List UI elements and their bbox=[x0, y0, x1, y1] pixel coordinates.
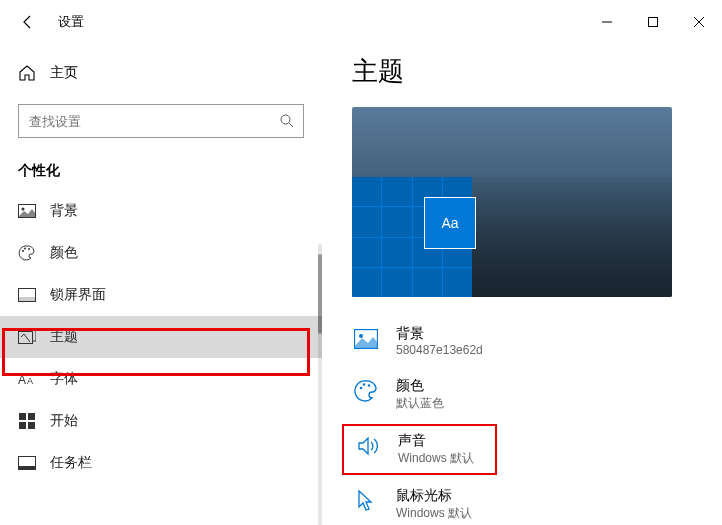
svg-rect-19 bbox=[19, 466, 36, 470]
svg-rect-14 bbox=[19, 413, 26, 420]
setting-subtitle: Windows 默认 bbox=[398, 450, 474, 467]
setting-cursor[interactable]: 鼠标光标 Windows 默认 bbox=[352, 479, 692, 525]
theme-preview[interactable]: Aa bbox=[352, 107, 672, 297]
sidebar-item-background[interactable]: 背景 bbox=[0, 190, 322, 232]
svg-rect-11 bbox=[19, 332, 33, 344]
preview-window: Aa bbox=[424, 197, 476, 249]
close-button[interactable] bbox=[676, 6, 722, 38]
minimize-button[interactable] bbox=[584, 6, 630, 38]
home-icon bbox=[18, 64, 36, 82]
palette-icon bbox=[18, 244, 36, 262]
nav-label: 开始 bbox=[50, 412, 78, 430]
setting-title: 鼠标光标 bbox=[396, 487, 472, 505]
section-label: 个性化 bbox=[0, 156, 322, 190]
sidebar: 主页 个性化 背景 颜色 锁屏界面 主题 bbox=[0, 44, 322, 525]
svg-rect-15 bbox=[28, 413, 35, 420]
nav-label: 颜色 bbox=[50, 244, 78, 262]
home-label: 主页 bbox=[50, 64, 78, 82]
window-controls bbox=[584, 6, 722, 38]
start-icon bbox=[18, 412, 36, 430]
nav-label: 任务栏 bbox=[50, 454, 92, 472]
svg-point-21 bbox=[359, 334, 363, 338]
font-icon: AA bbox=[18, 370, 36, 388]
svg-line-3 bbox=[289, 123, 293, 127]
lockscreen-icon bbox=[18, 286, 36, 304]
setting-title: 背景 bbox=[396, 325, 483, 343]
setting-subtitle: 580487e13e62d bbox=[396, 343, 483, 357]
page-title: 主题 bbox=[352, 54, 692, 89]
nav-label: 字体 bbox=[50, 370, 78, 388]
cursor-icon bbox=[352, 487, 380, 515]
setting-title: 颜色 bbox=[396, 377, 444, 395]
svg-point-6 bbox=[22, 250, 24, 252]
taskbar-icon bbox=[18, 454, 36, 472]
back-button[interactable] bbox=[16, 10, 40, 34]
sidebar-item-lockscreen[interactable]: 锁屏界面 bbox=[0, 274, 322, 316]
setting-subtitle: 默认蓝色 bbox=[396, 395, 444, 412]
svg-point-23 bbox=[363, 383, 366, 386]
nav-list: 背景 颜色 锁屏界面 主题 AA 字体 开始 bbox=[0, 190, 322, 484]
svg-rect-16 bbox=[19, 422, 26, 429]
svg-point-5 bbox=[22, 208, 25, 211]
setting-sounds[interactable]: 声音 Windows 默认 bbox=[342, 424, 497, 475]
sidebar-item-taskbar[interactable]: 任务栏 bbox=[0, 442, 322, 484]
search-input[interactable] bbox=[29, 114, 279, 129]
search-input-container[interactable] bbox=[18, 104, 304, 138]
sidebar-item-start[interactable]: 开始 bbox=[0, 400, 322, 442]
theme-icon bbox=[18, 328, 36, 346]
sidebar-item-themes[interactable]: 主题 bbox=[0, 316, 322, 358]
maximize-button[interactable] bbox=[630, 6, 676, 38]
svg-rect-17 bbox=[28, 422, 35, 429]
sound-icon bbox=[354, 432, 382, 460]
content-pane: 主题 Aa 背景 580487e13e62d 颜色 默认蓝色 bbox=[322, 44, 722, 525]
svg-text:A: A bbox=[18, 373, 26, 386]
setting-title: 声音 bbox=[398, 432, 474, 450]
svg-point-7 bbox=[24, 248, 26, 250]
nav-label: 背景 bbox=[50, 202, 78, 220]
search-icon bbox=[279, 113, 295, 129]
nav-label: 锁屏界面 bbox=[50, 286, 106, 304]
picture-icon bbox=[18, 202, 36, 220]
nav-label: 主题 bbox=[50, 328, 78, 346]
svg-point-24 bbox=[368, 384, 371, 387]
svg-text:A: A bbox=[27, 376, 33, 386]
sidebar-item-colors[interactable]: 颜色 bbox=[0, 232, 322, 274]
svg-rect-10 bbox=[19, 297, 36, 301]
picture-icon bbox=[352, 325, 380, 353]
svg-rect-1 bbox=[649, 18, 658, 27]
setting-background[interactable]: 背景 580487e13e62d bbox=[352, 317, 692, 365]
setting-colors[interactable]: 颜色 默认蓝色 bbox=[352, 369, 692, 420]
sidebar-item-fonts[interactable]: AA 字体 bbox=[0, 358, 322, 400]
titlebar: 设置 bbox=[0, 0, 722, 44]
svg-point-2 bbox=[281, 115, 290, 124]
setting-subtitle: Windows 默认 bbox=[396, 505, 472, 522]
app-title: 设置 bbox=[58, 13, 84, 31]
palette-icon bbox=[352, 377, 380, 405]
svg-point-8 bbox=[28, 248, 30, 250]
home-link[interactable]: 主页 bbox=[0, 56, 322, 90]
svg-point-22 bbox=[360, 387, 363, 390]
